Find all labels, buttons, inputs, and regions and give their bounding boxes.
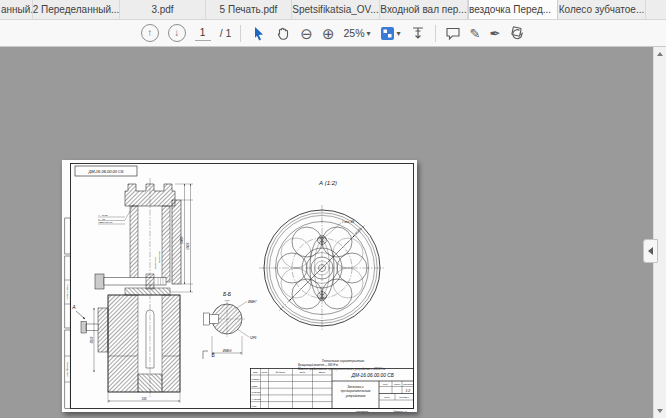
comment-tool-button[interactable] bbox=[445, 25, 461, 41]
scale-value: 1:2 bbox=[405, 389, 410, 393]
tab-label: Колесо зубчатое... bbox=[559, 4, 644, 15]
tab-3[interactable]: 3.pdf bbox=[120, 0, 206, 19]
title-block-col: Изм. bbox=[253, 371, 258, 373]
page-total-label: / 1 bbox=[220, 27, 232, 39]
title-block-label: Лит. bbox=[382, 383, 388, 385]
doc-number: ДМ-16.06.00.00 СБ bbox=[351, 373, 394, 378]
section-view bbox=[76, 178, 208, 403]
previous-page-button[interactable]: ↑ bbox=[141, 24, 159, 42]
title-block-label: Масса bbox=[394, 383, 401, 385]
pdf-tab-bar: анный... 2 Переделанный... 3.pdf 5 Печат… bbox=[0, 0, 666, 20]
title-block-role: Т.контр. bbox=[252, 391, 262, 393]
title-block-col: Лист bbox=[261, 371, 268, 373]
title-block-role: Н.контр. bbox=[252, 398, 262, 400]
pdf-toolbar: ↑ ↓ / 1 ⊖ ⊕ 25% ▾ ▾ ✎ ✒ bbox=[0, 20, 666, 47]
scrollbar-down-button[interactable] bbox=[654, 404, 666, 418]
tab-5[interactable]: Spetsifikatsia_OV... bbox=[292, 0, 380, 19]
dim-label: Ø425 bbox=[186, 242, 190, 250]
title-block-col: Подп. bbox=[299, 371, 305, 373]
title-block-label: Листов 1 bbox=[398, 396, 408, 398]
tab-label: Spetsifikatsia_OV... bbox=[292, 4, 378, 15]
tech-note-line: Момент срабатывания предохранительного у… bbox=[298, 367, 385, 371]
toolbar-divider bbox=[435, 25, 436, 42]
format-label: Формат A1 bbox=[393, 410, 407, 412]
toolbar-divider bbox=[240, 25, 241, 42]
pointer-icon bbox=[250, 25, 266, 41]
title-block-role: Разраб. bbox=[252, 378, 261, 380]
vertical-scrollbar[interactable] bbox=[653, 47, 666, 418]
title-block-label: Масштаб bbox=[403, 383, 414, 385]
title-block-col: № докум. bbox=[275, 371, 285, 373]
scrollbar-up-button[interactable] bbox=[654, 47, 666, 61]
copied-label: Копировал bbox=[356, 410, 369, 412]
dim-label: Ø84h9 bbox=[222, 349, 232, 353]
dim-label: Ø65Н7/р6 bbox=[158, 251, 161, 264]
margin-strip-label: Подп. и дата bbox=[66, 284, 69, 300]
dim-label: 2 отв. М8 bbox=[341, 220, 355, 224]
tab-label: анный... bbox=[1, 4, 33, 15]
section-label: Б-Б bbox=[223, 291, 232, 297]
triangle-down-icon bbox=[657, 409, 663, 413]
next-page-button[interactable]: ↓ bbox=[168, 24, 186, 42]
tab-1[interactable]: анный... bbox=[0, 0, 33, 19]
page-number-input[interactable] bbox=[195, 26, 211, 41]
tab-label: 5 Печать.pdf bbox=[220, 4, 278, 15]
zoom-in-button[interactable]: ⊕ bbox=[322, 26, 335, 41]
chevron-left-icon bbox=[648, 247, 653, 255]
fill-sign-button[interactable]: ✒ bbox=[489, 27, 500, 40]
title-block-label: Лист bbox=[383, 396, 390, 398]
section-b-view bbox=[204, 301, 250, 355]
technical-notes: Техническая характеристика Вращающий мом… bbox=[298, 359, 385, 372]
title-block-role: Утв. bbox=[252, 405, 258, 407]
stamp-tool-button[interactable] bbox=[509, 25, 525, 41]
scroll-mode-icon bbox=[410, 25, 426, 41]
technical-drawing: Подп. и дата Инв. № подл. ДМ-16.06.00.00… bbox=[62, 160, 417, 412]
title-block-col: Дата bbox=[318, 371, 326, 373]
title-block-role: Пров. bbox=[252, 385, 258, 387]
zoom-level-value: 25% bbox=[343, 27, 364, 39]
hand-icon bbox=[275, 25, 291, 41]
corner-stamp: ДМ-16.06.00.00 СБ bbox=[75, 166, 137, 176]
view-arrow-label: А bbox=[71, 304, 76, 310]
tab-2[interactable]: 2 Переделанный... bbox=[33, 0, 120, 19]
chevron-down-icon: ▾ bbox=[397, 29, 401, 38]
tab-label: 2 Переделанный... bbox=[33, 4, 119, 15]
tools-panel-toggle[interactable] bbox=[643, 239, 658, 263]
tab-label: 3.pdf bbox=[151, 4, 173, 15]
tab-4[interactable]: 5 Печать.pdf bbox=[206, 0, 292, 19]
page-fit-dropdown[interactable]: ▾ bbox=[380, 26, 401, 41]
pdf-page: Подп. и дата Инв. № подл. ДМ-16.06.00.00… bbox=[62, 160, 417, 412]
document-viewport: Подп. и дата Инв. № подл. ДМ-16.06.00.00… bbox=[0, 47, 666, 418]
chevron-down-icon: ▾ bbox=[367, 29, 371, 38]
dim-label: Ø84Н7 bbox=[247, 300, 257, 304]
highlight-tool-button[interactable]: ✎ bbox=[470, 27, 481, 40]
dim-label: 52Р9 bbox=[250, 336, 257, 340]
tech-note-title: Техническая характеристика bbox=[322, 359, 365, 363]
part-name: устройством bbox=[345, 394, 366, 398]
margin-strip-label: Инв. № подл. bbox=[66, 361, 69, 376]
tech-note-line: Вращающий момент — 560 Н·м bbox=[298, 363, 338, 367]
corner-stamp-text: ДМ-16.06.00.00 СБ bbox=[87, 169, 124, 174]
zoom-out-button[interactable]: ⊖ bbox=[300, 26, 313, 41]
view-a-label: А (1:2) bbox=[318, 180, 337, 186]
dim-label: Ø250 bbox=[90, 336, 94, 344]
dim-label: 100 bbox=[141, 397, 146, 401]
tab-7-active[interactable]: Звездочка Перед... × bbox=[468, 0, 558, 19]
tab-label: Звездочка Перед... bbox=[468, 4, 551, 15]
tab-6[interactable]: Входной вал пер... bbox=[380, 0, 468, 19]
face-view bbox=[259, 205, 385, 331]
tab-label: Входной вал пер... bbox=[380, 4, 466, 15]
tab-8[interactable]: Колесо зубчатое... bbox=[558, 0, 646, 19]
note-line: z = 18 bbox=[98, 218, 106, 220]
note-line: ГОСТ 591-69 bbox=[99, 221, 113, 223]
dim-label: Ø60Н7/k6 bbox=[154, 257, 157, 270]
comment-icon bbox=[445, 25, 461, 41]
zoom-level-dropdown[interactable]: 25% ▾ bbox=[343, 27, 370, 39]
scroll-mode-button[interactable] bbox=[410, 25, 426, 41]
select-tool-button[interactable] bbox=[250, 25, 266, 41]
hand-tool-button[interactable] bbox=[275, 25, 291, 41]
triangle-up-icon bbox=[657, 52, 663, 56]
section-scale-note: (1:1) bbox=[225, 299, 230, 302]
page-fit-icon bbox=[380, 26, 395, 41]
stamp-icon bbox=[509, 25, 525, 41]
